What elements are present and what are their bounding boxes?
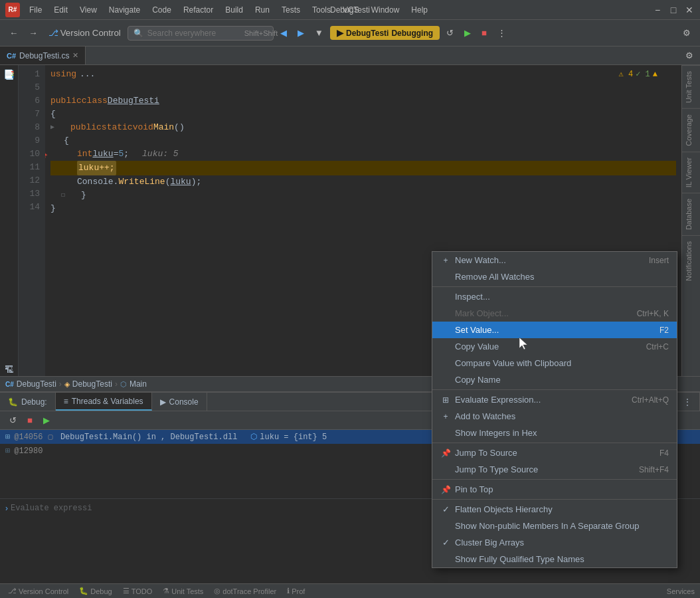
ctx-new-watch[interactable]: + New Watch... Insert [432, 252, 677, 268]
mark-object-label: Mark Object... [455, 308, 509, 318]
pin-top-label: Pin to Top [455, 484, 493, 494]
ctx-set-value[interactable]: Set Value... F2 [432, 322, 677, 338]
keyword-public-8: public [70, 121, 102, 134]
menu-refactor[interactable]: Refactor [178, 4, 219, 16]
menu-edit[interactable]: Edit [48, 4, 73, 16]
folding-13[interactable]: ◻ [50, 189, 65, 202]
ctx-mark-object: Mark Object... Ctrl+K, K [432, 305, 677, 322]
ctx-sep-2 [432, 389, 677, 390]
search-box[interactable]: 🔍 Shift+Shift [128, 26, 274, 41]
keyword-public-6: public [50, 94, 82, 108]
debug-config[interactable]: ▶ DebugTesti Debugging [330, 26, 440, 40]
menu-navigate[interactable]: Navigate [104, 4, 145, 16]
console-icon: ▶ [160, 397, 166, 407]
breadcrumb-method[interactable]: Main [130, 379, 147, 389]
debug-tab-console[interactable]: ▶ Console [152, 393, 207, 411]
ctx-flatten-hierarchy[interactable]: ✓ Flatten Objects Hierarchy [432, 501, 677, 518]
sidebar-tab-unit-tests[interactable]: Unit Tests [682, 65, 700, 108]
debug-restart-btn[interactable]: ↺ [5, 413, 21, 427]
rerun-button[interactable]: ↺ [442, 26, 458, 40]
search-input[interactable] [147, 29, 240, 38]
minimize-button[interactable]: − [652, 5, 663, 15]
menu-code[interactable]: Code [147, 4, 177, 16]
ctx-show-qualified[interactable]: Show Fully Qualified Type Names [432, 551, 677, 567]
ctx-cluster-arrays[interactable]: ✓ Cluster Big Arrays [432, 534, 677, 551]
breadcrumb-class[interactable]: DebugTesti [72, 379, 112, 389]
ctx-compare-value[interactable]: Compare Value with Clipboard [432, 355, 677, 371]
file-tab-debugtesti[interactable]: C# DebugTesti.cs ✕ [0, 47, 86, 64]
vcs-button[interactable]: ⎇ Version Control [44, 26, 125, 40]
structure-icon[interactable]: 🏗 [3, 363, 16, 376]
tab-close-button[interactable]: ✕ [72, 51, 78, 60]
nav-forward-button[interactable]: ▶ [294, 26, 308, 40]
settings-button[interactable]: ⚙ [679, 26, 695, 40]
method-main: Main [153, 121, 174, 134]
nav-back-button[interactable]: ◀ [276, 26, 291, 40]
statusbar-right: Services [661, 587, 695, 595]
dropdown-button[interactable]: ▼ [311, 26, 327, 40]
debug-config-name: DebugTesti [346, 29, 389, 38]
forward-button[interactable]: → [25, 26, 41, 40]
ctx-inspect[interactable]: Inspect... [432, 288, 677, 305]
breadcrumb-file[interactable]: DebugTesti [17, 379, 56, 389]
var-value-14056: luku = {int} 5 [260, 433, 327, 442]
debug-tab-threads[interactable]: ≡ Threads & Variables [56, 393, 152, 411]
ctx-jump-type-source[interactable]: Jump To Type Source Shift+F4 [432, 461, 677, 478]
sidebar-tab-notifications[interactable]: Notifications [682, 235, 700, 286]
menu-window[interactable]: Window [366, 4, 405, 16]
ctx-show-hex[interactable]: Show Integers in Hex [432, 425, 677, 441]
titlebar: R# File Edit View Navigate Code Refactor… [0, 0, 700, 20]
folding-8[interactable]: ▶ [50, 121, 54, 134]
code-line-7: { [50, 108, 676, 121]
stack-text-14056: DebugTesti.Main() in , DebugTesti.dll [60, 433, 237, 442]
statusbar-services[interactable]: Services [667, 587, 695, 595]
more-button[interactable]: ⋮ [493, 26, 510, 40]
cluster-label: Cluster Big Arrays [455, 538, 524, 548]
menu-file[interactable]: File [24, 4, 47, 16]
ctx-jump-source[interactable]: 📌 Jump To Source F4 [432, 445, 677, 461]
semi-10: ; [124, 148, 129, 161]
bookmarks-icon[interactable]: 📑 [3, 68, 16, 81]
debug-stop-btn[interactable]: ■ [23, 413, 37, 427]
ctx-pin-top[interactable]: 📌 Pin to Top [432, 481, 677, 498]
sidebar-tab-database[interactable]: Database [682, 193, 700, 235]
statusbar-todo[interactable]: ☰ TODO [120, 587, 155, 595]
step-over-button[interactable]: ▶ [460, 26, 475, 40]
more-icon: ⋮ [497, 28, 506, 38]
sidebar-tab-coverage[interactable]: Coverage [682, 108, 700, 151]
menu-build[interactable]: Build [220, 4, 248, 16]
ctx-remove-watches[interactable]: Remove All Watches [432, 268, 677, 285]
statusbar-profiler[interactable]: ◎ dotTrace Profiler [211, 587, 279, 595]
breadcrumb-sep-1: › [59, 379, 62, 389]
sidebar-tab-il-viewer[interactable]: IL Viewer [682, 151, 700, 193]
ctx-evaluate-expr[interactable]: ⊞ Evaluate Expression... Ctrl+Alt+Q [432, 391, 677, 408]
ctx-show-nonpublic[interactable]: Show Non-public Members In A Separate Gr… [432, 518, 677, 534]
menu-run[interactable]: Run [250, 4, 275, 16]
ctx-copy-value[interactable]: Copy Value Ctrl+C [432, 338, 677, 355]
statusbar-todo-icon: ☰ [123, 587, 130, 595]
tab-settings-button[interactable]: ⚙ [681, 47, 697, 64]
close-button[interactable]: ✕ [684, 5, 695, 15]
code-line-6: public class DebugTesti [50, 94, 676, 108]
statusbar-debug[interactable]: 🐛 Debug [76, 587, 114, 595]
debug-expand-btn[interactable]: ⋮ [675, 393, 700, 411]
debug-resume-btn[interactable]: ▶ [39, 413, 54, 427]
new-watch-icon: + [440, 256, 451, 265]
statusbar-prof[interactable]: ℹ Prof [284, 587, 307, 595]
set-value-label: Set Value... [455, 325, 499, 335]
maximize-button[interactable]: □ [668, 5, 679, 15]
menu-help[interactable]: Help [406, 4, 433, 16]
ctx-copy-name[interactable]: Copy Name [432, 371, 677, 388]
brace-open-7: { [50, 108, 56, 121]
menu-view[interactable]: View [74, 4, 102, 16]
copy-name-label: Copy Name [455, 375, 501, 385]
evaluate-label: Evaluate Expression... [455, 395, 541, 405]
statusbar-vcs[interactable]: ⎇ Version Control [5, 587, 71, 595]
statusbar-unit-tests[interactable]: ⚗ Unit Tests [160, 587, 206, 595]
debug-tab-debug[interactable]: 🐛 Debug: [0, 393, 56, 411]
back-button[interactable]: ← [5, 26, 22, 40]
ctx-add-watches[interactable]: + Add to Watches [432, 408, 677, 425]
statusbar-todo-label: TODO [131, 587, 153, 595]
menu-tests[interactable]: Tests [276, 4, 306, 16]
stop-button[interactable]: ■ [478, 26, 491, 40]
